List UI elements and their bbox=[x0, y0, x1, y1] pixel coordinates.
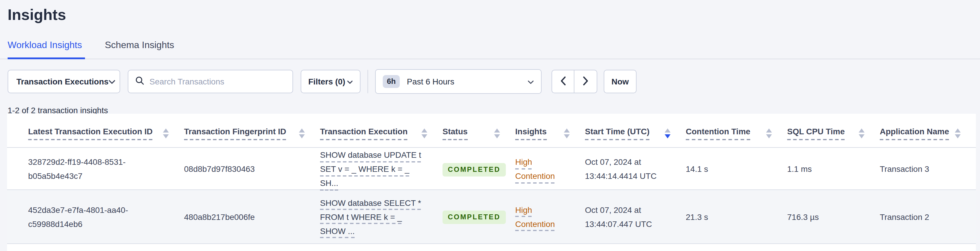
table-row: 452da3e7-e7fa-4801-aa40-c59988d14eb6 480… bbox=[7, 190, 976, 244]
tab-schema-insights[interactable]: Schema Insights bbox=[105, 39, 174, 59]
search-icon bbox=[135, 76, 144, 87]
sort-arrows-icon bbox=[293, 128, 305, 138]
filters-label: Filters (0) bbox=[308, 77, 345, 86]
toolbar: Transaction Executions Filters (0) 6h Pa… bbox=[0, 69, 980, 94]
cell-execution-id: 452da3e7-e7fa-4801-aa40-c59988d14eb6 bbox=[7, 203, 184, 231]
chevron-down-icon bbox=[108, 77, 116, 86]
chevron-right-icon bbox=[582, 76, 589, 87]
status-badge: COMPLETED bbox=[442, 163, 506, 176]
cell-start-time: Oct 07, 2024 at 13:44:14.4414 UTC bbox=[585, 155, 686, 183]
insights-table: Latest Transaction Execution ID Transact… bbox=[7, 114, 976, 251]
column-header-application-name[interactable]: Application Name bbox=[880, 127, 976, 147]
cell-transaction-execution: SHOW database SELECT * FROM t WHERE k = … bbox=[320, 195, 442, 238]
execution-type-label: Transaction Executions bbox=[16, 77, 108, 86]
cell-contention-time: 21.3 s bbox=[686, 209, 787, 224]
sort-arrows-icon-descending bbox=[659, 128, 671, 138]
column-header-transaction-execution[interactable]: Transaction Execution bbox=[320, 127, 442, 147]
insights-page: Insights Workload Insights Schema Insigh… bbox=[0, 0, 980, 251]
table-row: 328729d2-ff19-4408-8531-b05a5b4e43c7 08d… bbox=[7, 148, 976, 190]
cell-application-name: Transaction 3 bbox=[880, 162, 976, 176]
search-input[interactable] bbox=[150, 77, 285, 86]
column-header-status[interactable]: Status bbox=[442, 127, 515, 147]
chevron-down-icon bbox=[528, 77, 534, 86]
cell-fingerprint-id: 480a8b217be006fe bbox=[184, 209, 320, 224]
transaction-execution-link[interactable]: SHOW database UPDATE t SET v = _ WHERE k… bbox=[320, 148, 426, 190]
now-button-label: Now bbox=[611, 77, 628, 86]
table-header-row: Latest Transaction Execution ID Transact… bbox=[7, 114, 976, 148]
cell-transaction-execution: SHOW database UPDATE t SET v = _ WHERE k… bbox=[320, 148, 442, 190]
sort-arrows-icon bbox=[558, 128, 570, 138]
time-range-badge: 6h bbox=[383, 75, 400, 88]
column-header-latest-transaction-execution-id[interactable]: Latest Transaction Execution ID bbox=[7, 127, 184, 147]
transaction-execution-link[interactable]: SHOW database SELECT * FROM t WHERE k = … bbox=[320, 195, 426, 238]
cell-insights: High Contention bbox=[515, 203, 585, 231]
column-header-sql-cpu-time[interactable]: SQL CPU Time bbox=[787, 127, 880, 147]
cell-insights: High Contention bbox=[515, 155, 585, 183]
column-header-start-time[interactable]: Start Time (UTC) bbox=[585, 127, 686, 147]
toolbar-divider bbox=[368, 70, 368, 93]
cell-sql-cpu-time: 1.1 ms bbox=[787, 162, 880, 176]
previous-time-button[interactable] bbox=[552, 70, 574, 93]
time-pager bbox=[552, 70, 597, 93]
search-box[interactable] bbox=[128, 70, 293, 93]
cell-start-time: Oct 07, 2024 at 13:44:07.447 UTC bbox=[585, 203, 686, 231]
now-button[interactable]: Now bbox=[604, 70, 636, 93]
execution-type-dropdown[interactable]: Transaction Executions bbox=[8, 70, 120, 93]
insight-link[interactable]: High Contention bbox=[515, 203, 555, 231]
column-header-insights[interactable]: Insights bbox=[515, 127, 585, 147]
sort-arrows-icon bbox=[488, 128, 500, 138]
cell-status: COMPLETED bbox=[442, 209, 515, 224]
cell-execution-id: 328729d2-ff19-4408-8531-b05a5b4e43c7 bbox=[7, 155, 184, 183]
sort-arrows-icon bbox=[853, 128, 864, 138]
cell-status: COMPLETED bbox=[442, 161, 515, 176]
column-header-contention-time[interactable]: Contention Time bbox=[686, 127, 787, 147]
insight-link[interactable]: High Contention bbox=[515, 155, 555, 183]
cell-contention-time: 14.1 s bbox=[686, 162, 787, 176]
sort-arrows-icon bbox=[949, 128, 961, 138]
cell-sql-cpu-time: 716.3 µs bbox=[787, 209, 880, 224]
column-header-transaction-fingerprint-id[interactable]: Transaction Fingerprint ID bbox=[184, 127, 320, 147]
sort-arrows-icon bbox=[415, 128, 427, 138]
tab-workload-insights[interactable]: Workload Insights bbox=[8, 39, 85, 59]
sort-arrows-icon bbox=[157, 128, 169, 138]
next-time-button[interactable] bbox=[574, 70, 597, 93]
sort-arrows-icon bbox=[760, 128, 772, 138]
filters-dropdown[interactable]: Filters (0) bbox=[301, 70, 361, 93]
status-badge: COMPLETED bbox=[442, 211, 506, 224]
cell-fingerprint-id: 08d8b7d97f830463 bbox=[184, 162, 320, 176]
chevron-left-icon bbox=[560, 76, 566, 87]
time-range-label: Past 6 Hours bbox=[407, 77, 454, 86]
chevron-down-icon bbox=[347, 77, 353, 86]
page-title: Insights bbox=[8, 0, 972, 24]
cell-application-name: Transaction 2 bbox=[880, 209, 976, 224]
tabs-bar: Workload Insights Schema Insights bbox=[0, 39, 980, 59]
time-range-dropdown[interactable]: 6h Past 6 Hours bbox=[375, 69, 542, 94]
